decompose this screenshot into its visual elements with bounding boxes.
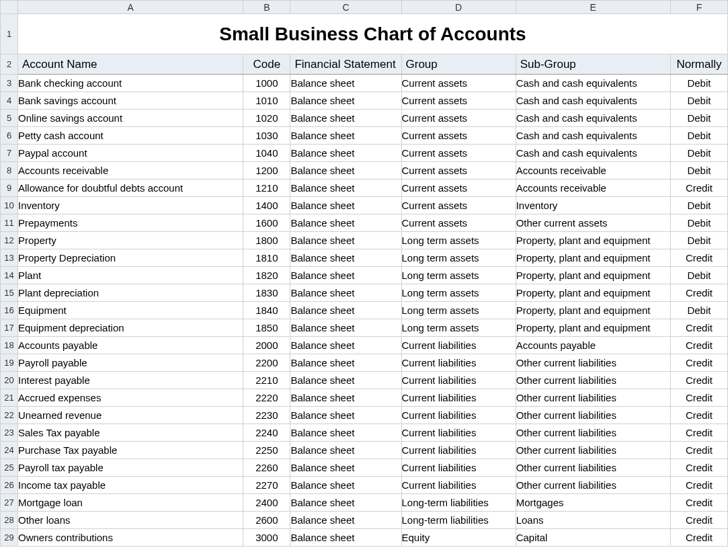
row-header-25[interactable]: 25 bbox=[1, 459, 18, 477]
row-header-13[interactable]: 13 bbox=[1, 249, 18, 267]
row-header-23[interactable]: 23 bbox=[1, 424, 18, 442]
row-header-18[interactable]: 18 bbox=[1, 337, 18, 354]
cell-code[interactable]: 2270 bbox=[243, 477, 290, 494]
row-header-20[interactable]: 20 bbox=[1, 372, 18, 389]
cell-normally[interactable]: Credit bbox=[670, 249, 727, 267]
row-header-29[interactable]: 29 bbox=[1, 529, 18, 547]
cell-sub-group[interactable]: Property, plant and equipment bbox=[516, 302, 670, 319]
cell-normally[interactable]: Credit bbox=[670, 529, 727, 547]
header-account-name[interactable]: Account Name bbox=[18, 54, 243, 75]
cell-code[interactable]: 2400 bbox=[243, 494, 290, 512]
row-header-28[interactable]: 28 bbox=[1, 512, 18, 529]
cell-code[interactable]: 2240 bbox=[243, 424, 290, 442]
cell-code[interactable]: 1400 bbox=[243, 197, 290, 214]
cell-group[interactable]: Current assets bbox=[401, 214, 516, 232]
cell-account-name[interactable]: Other loans bbox=[18, 512, 243, 529]
cell-financial-statement[interactable]: Balance sheet bbox=[290, 127, 401, 145]
cell-code[interactable]: 1200 bbox=[243, 162, 290, 179]
cell-financial-statement[interactable]: Balance sheet bbox=[290, 75, 401, 92]
cell-normally[interactable]: Credit bbox=[670, 512, 727, 529]
cell-sub-group[interactable]: Mortgages bbox=[516, 494, 670, 512]
cell-code[interactable]: 3000 bbox=[243, 529, 290, 547]
cell-financial-statement[interactable]: Balance sheet bbox=[290, 442, 401, 459]
cell-group[interactable]: Long term assets bbox=[401, 249, 516, 267]
cell-sub-group[interactable]: Accounts receivable bbox=[516, 162, 670, 179]
cell-normally[interactable]: Debit bbox=[670, 110, 727, 127]
cell-code[interactable]: 2000 bbox=[243, 337, 290, 354]
cell-code[interactable]: 1600 bbox=[243, 214, 290, 232]
col-header-D[interactable]: D bbox=[401, 1, 516, 14]
cell-financial-statement[interactable]: Balance sheet bbox=[290, 459, 401, 477]
header-normally[interactable]: Normally bbox=[670, 54, 727, 75]
cell-code[interactable]: 1820 bbox=[243, 267, 290, 284]
cell-financial-statement[interactable]: Balance sheet bbox=[290, 529, 401, 547]
cell-normally[interactable]: Credit bbox=[670, 284, 727, 302]
cell-group[interactable]: Current liabilities bbox=[401, 407, 516, 424]
cell-code[interactable]: 2230 bbox=[243, 407, 290, 424]
cell-normally[interactable]: Debit bbox=[670, 267, 727, 284]
cell-sub-group[interactable]: Cash and cash equivalents bbox=[516, 92, 670, 110]
row-header-27[interactable]: 27 bbox=[1, 494, 18, 512]
cell-financial-statement[interactable]: Balance sheet bbox=[290, 197, 401, 214]
cell-sub-group[interactable]: Other current liabilities bbox=[516, 477, 670, 494]
cell-normally[interactable]: Credit bbox=[670, 372, 727, 389]
cell-code[interactable]: 1850 bbox=[243, 319, 290, 337]
cell-sub-group[interactable]: Property, plant and equipment bbox=[516, 267, 670, 284]
cell-code[interactable]: 2600 bbox=[243, 512, 290, 529]
col-header-E[interactable]: E bbox=[516, 1, 670, 14]
cell-account-name[interactable]: Plant depreciation bbox=[18, 284, 243, 302]
cell-financial-statement[interactable]: Balance sheet bbox=[290, 337, 401, 354]
row-header-9[interactable]: 9 bbox=[1, 179, 18, 197]
cell-group[interactable]: Current liabilities bbox=[401, 442, 516, 459]
cell-code[interactable]: 2260 bbox=[243, 459, 290, 477]
cell-normally[interactable]: Credit bbox=[670, 424, 727, 442]
cell-financial-statement[interactable]: Balance sheet bbox=[290, 110, 401, 127]
header-code[interactable]: Code bbox=[243, 54, 290, 75]
cell-account-name[interactable]: Petty cash account bbox=[18, 127, 243, 145]
cell-normally[interactable]: Debit bbox=[670, 75, 727, 92]
cell-account-name[interactable]: Payroll tax payable bbox=[18, 459, 243, 477]
cell-group[interactable]: Current liabilities bbox=[401, 389, 516, 407]
cell-code[interactable]: 1210 bbox=[243, 179, 290, 197]
cell-normally[interactable]: Debit bbox=[670, 92, 727, 110]
cell-normally[interactable]: Debit bbox=[670, 232, 727, 249]
cell-sub-group[interactable]: Inventory bbox=[516, 197, 670, 214]
cell-code[interactable]: 1840 bbox=[243, 302, 290, 319]
row-header-7[interactable]: 7 bbox=[1, 145, 18, 162]
cell-sub-group[interactable]: Cash and cash equivalents bbox=[516, 145, 670, 162]
col-header-A[interactable]: A bbox=[18, 1, 243, 14]
cell-code[interactable]: 1000 bbox=[243, 75, 290, 92]
cell-group[interactable]: Current assets bbox=[401, 145, 516, 162]
row-header-16[interactable]: 16 bbox=[1, 302, 18, 319]
cell-group[interactable]: Current liabilities bbox=[401, 424, 516, 442]
cell-normally[interactable]: Credit bbox=[670, 442, 727, 459]
cell-group[interactable]: Long-term liabilities bbox=[401, 494, 516, 512]
cell-group[interactable]: Current assets bbox=[401, 75, 516, 92]
cell-financial-statement[interactable]: Balance sheet bbox=[290, 92, 401, 110]
cell-sub-group[interactable]: Cash and cash equivalents bbox=[516, 127, 670, 145]
cell-account-name[interactable]: Property Depreciation bbox=[18, 249, 243, 267]
cell-group[interactable]: Current liabilities bbox=[401, 354, 516, 372]
row-header-17[interactable]: 17 bbox=[1, 319, 18, 337]
cell-account-name[interactable]: Inventory bbox=[18, 197, 243, 214]
cell-group[interactable]: Equity bbox=[401, 529, 516, 547]
row-header-15[interactable]: 15 bbox=[1, 284, 18, 302]
row-header-4[interactable]: 4 bbox=[1, 92, 18, 110]
cell-financial-statement[interactable]: Balance sheet bbox=[290, 372, 401, 389]
cell-code[interactable]: 2200 bbox=[243, 354, 290, 372]
cell-group[interactable]: Long term assets bbox=[401, 284, 516, 302]
cell-account-name[interactable]: Online savings account bbox=[18, 110, 243, 127]
cell-financial-statement[interactable]: Balance sheet bbox=[290, 162, 401, 179]
cell-normally[interactable]: Credit bbox=[670, 407, 727, 424]
col-header-C[interactable]: C bbox=[290, 1, 401, 14]
cell-account-name[interactable]: Bank savings account bbox=[18, 92, 243, 110]
cell-financial-statement[interactable]: Balance sheet bbox=[290, 407, 401, 424]
row-header-10[interactable]: 10 bbox=[1, 197, 18, 214]
row-header-8[interactable]: 8 bbox=[1, 162, 18, 179]
cell-financial-statement[interactable]: Balance sheet bbox=[290, 389, 401, 407]
row-header-14[interactable]: 14 bbox=[1, 267, 18, 284]
cell-financial-statement[interactable]: Balance sheet bbox=[290, 512, 401, 529]
header-group[interactable]: Group bbox=[401, 54, 516, 75]
cell-sub-group[interactable]: Loans bbox=[516, 512, 670, 529]
cell-normally[interactable]: Debit bbox=[670, 145, 727, 162]
